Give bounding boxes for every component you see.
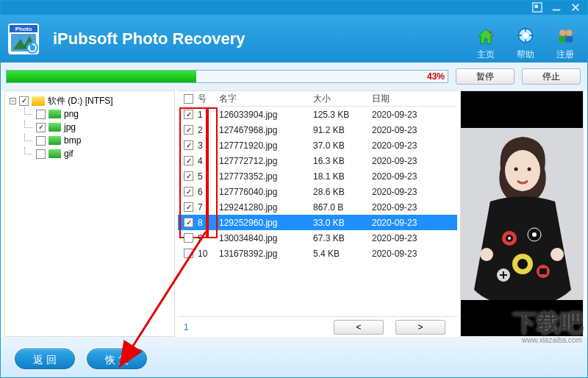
svg-point-27 [532,232,537,237]
row-name: 127771920.jpg [219,140,313,151]
row-name: 127776040.jpg [219,187,313,197]
folder-icon [49,149,61,158]
header-num[interactable]: 号 [178,93,219,105]
svg-point-25 [508,237,511,240]
row-checkbox[interactable] [184,125,193,135]
tree-root[interactable]: − 软件 (D:) [NTFS] [10,94,170,107]
row-date: 2020-09-23 [372,249,457,259]
folder-icon [49,136,61,145]
tree-item-jpg[interactable]: jpg [10,121,170,134]
row-checkbox[interactable] [184,140,193,150]
row-checkbox[interactable] [184,171,193,181]
table-row[interactable]: 5127773352.jpg18.1 KB2020-09-23 [178,168,457,184]
nav-help[interactable]: 帮助 [514,26,537,61]
stop-button[interactable]: 停止 [522,68,581,85]
row-size: 28.6 KB [313,187,372,197]
row-checkbox[interactable] [184,110,193,119]
svg-text:Photo: Photo [15,26,32,32]
row-num: 6 [198,187,203,197]
table-row[interactable]: 1126033904.jpg125.3 KB2020-09-23 [178,107,457,122]
tree-item-bmp[interactable]: bmp [10,134,170,147]
header-size[interactable]: 大小 [313,93,372,105]
checkbox[interactable] [36,123,46,132]
row-num: 5 [198,171,203,182]
tree-label: jpg [64,122,76,132]
row-date: 2020-09-23 [372,156,457,166]
row-checkbox[interactable] [184,233,193,243]
register-icon [554,26,576,49]
header-name[interactable]: 名字 [219,93,313,105]
grid-header[interactable]: 号 名字 大小 日期 [178,91,457,107]
recover-button[interactable]: 恢 复 [87,349,147,369]
header-date[interactable]: 日期 [372,93,457,105]
file-list: 号 名字 大小 日期 1126033904.jpg125.3 KB2020-09… [178,90,457,337]
folder-open-icon [32,96,45,106]
row-size: 16.3 KB [313,156,372,166]
nav-register[interactable]: 注册 [554,26,576,61]
table-row[interactable]: 3127771920.jpg37.0 KB2020-09-23 [178,138,457,153]
svg-point-33 [480,248,493,261]
row-size: 33.0 KB [313,218,372,228]
row-num: 7 [198,202,203,213]
settings-icon[interactable] [532,2,542,13]
checkbox[interactable] [36,110,46,119]
svg-rect-1 [535,5,538,8]
row-size: 67.3 KB [313,233,372,243]
drive-tree[interactable]: − 软件 (D:) [NTFS] pngjpgbmpgif [4,90,175,337]
row-name: 127772712.jpg [219,156,313,166]
grid-body[interactable]: 1126033904.jpg125.3 KB2020-09-2321274679… [178,107,457,316]
minimize-icon[interactable] [551,2,562,13]
row-checkbox[interactable] [184,187,193,196]
tree-item-gif[interactable]: gif [10,147,170,160]
row-name: 127773352.jpg [219,171,313,182]
row-name: 129241280.jpg [219,202,313,213]
row-num: 4 [198,156,203,166]
row-name: 129252960.jpg [219,218,313,228]
close-icon[interactable] [570,2,581,13]
row-checkbox[interactable] [184,156,193,165]
table-row[interactable]: 7129241280.jpg867.0 B2020-09-23 [178,199,457,215]
table-row[interactable]: 9130034840.jpg67.3 KB2020-09-23 [178,230,457,246]
checkbox[interactable] [36,149,46,159]
pause-button[interactable]: 暂停 [456,68,514,85]
svg-point-13 [523,33,528,38]
prev-page-button[interactable]: < [334,320,384,335]
row-size: 867.0 B [313,202,372,213]
header-nav: 主页 帮助 注册 [475,26,576,61]
svg-point-14 [559,29,566,36]
svg-rect-11 [490,31,492,34]
help-icon [514,26,537,49]
watermark-url: www.xiazaiba.com [522,336,582,344]
row-size: 5.4 KB [313,249,372,259]
checkbox[interactable] [36,136,46,146]
table-row[interactable]: 4127772712.jpg16.3 KB2020-09-23 [178,153,457,168]
row-name: 130034840.jpg [219,233,313,243]
row-date: 2020-09-23 [372,233,457,243]
table-row[interactable]: 8129252960.jpg33.0 KB2020-09-23 [178,215,457,230]
table-row[interactable]: 10131678392.jpg5.4 KB2020-09-23 [178,246,457,261]
row-checkbox[interactable] [184,249,193,258]
page-number[interactable]: 1 [184,322,189,332]
row-checkbox[interactable] [184,202,193,212]
row-size: 125.3 KB [313,110,372,120]
nav-home[interactable]: 主页 [475,26,497,61]
row-size: 37.0 KB [313,140,372,151]
tree-item-png[interactable]: png [10,107,170,121]
collapse-icon[interactable]: − [10,98,16,104]
row-name: 127467968.jpg [219,125,313,135]
table-row[interactable]: 6127776040.jpg28.6 KB2020-09-23 [178,184,457,199]
row-checkbox[interactable] [184,218,193,227]
row-num: 2 [198,125,203,135]
table-row[interactable]: 2127467968.jpg91.2 KB2020-09-23 [178,122,457,138]
watermark-text: 下载吧 [513,307,584,340]
back-button[interactable]: 返 回 [15,349,75,369]
row-num: 8 [198,218,203,228]
next-page-button[interactable]: > [395,320,445,335]
row-name: 126033904.jpg [219,110,313,120]
svg-point-16 [566,29,573,36]
checkbox[interactable] [19,96,29,106]
select-all-checkbox[interactable] [184,94,193,104]
row-date: 2020-09-23 [372,140,457,151]
row-num: 10 [198,249,207,259]
row-num: 3 [198,140,203,151]
